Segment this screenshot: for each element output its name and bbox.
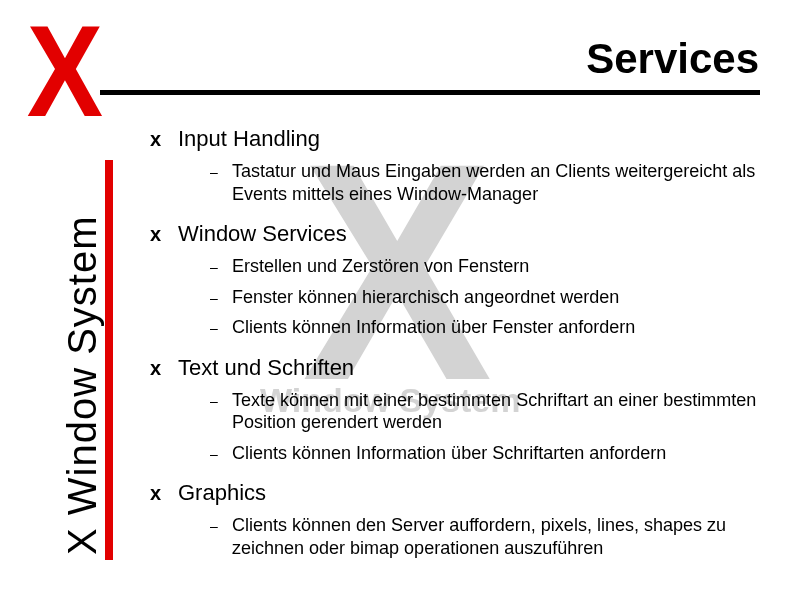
section-heading: x Text und Schriften [150,355,770,381]
dash-icon: – [210,518,232,534]
sub-item: – Tastatur und Maus Eingaben werden an C… [210,160,770,205]
sub-text: Fenster können hierarchisch angeordnet w… [232,286,619,309]
bullet-icon: x [150,223,178,246]
sub-item: – Clients können Information über Fenste… [210,316,770,339]
bullet-icon: x [150,357,178,380]
sub-text: Erstellen und Zerstören von Fenstern [232,255,529,278]
side-label: X Window System [60,215,105,555]
section-heading: x Window Services [150,221,770,247]
dash-icon: – [210,290,232,306]
sub-text: Clients können Information über Schrifta… [232,442,666,465]
sub-text: Texte können mit einer bestimmten Schrif… [232,389,770,434]
sub-item: – Texte können mit einer bestimmten Schr… [210,389,770,434]
sub-text: Clients können Information über Fenster … [232,316,635,339]
vertical-bar [105,160,113,560]
heading-text: Graphics [178,480,266,506]
dash-icon: – [210,393,232,409]
dash-icon: – [210,259,232,275]
sub-item: – Clients können den Server auffordern, … [210,514,770,559]
heading-text: Window Services [178,221,347,247]
bullet-icon: x [150,128,178,151]
dash-icon: – [210,320,232,336]
section-heading: x Input Handling [150,126,770,152]
heading-text: Input Handling [178,126,320,152]
section-heading: x Graphics [150,480,770,506]
logo-x: X [27,16,96,127]
heading-text: Text und Schriften [178,355,354,381]
horizontal-rule [100,90,760,95]
dash-icon: – [210,446,232,462]
sub-item: – Erstellen und Zerstören von Fenstern [210,255,770,278]
dash-icon: – [210,164,232,180]
sub-text: Tastatur und Maus Eingaben werden an Cli… [232,160,770,205]
content-area: x Input Handling – Tastatur und Maus Ein… [150,110,770,565]
sub-text: Clients können den Server auffordern, pi… [232,514,770,559]
sub-item: – Fenster können hierarchisch angeordnet… [210,286,770,309]
bullet-icon: x [150,482,178,505]
sub-item: – Clients können Information über Schrif… [210,442,770,465]
slide-title: Services [586,35,759,83]
